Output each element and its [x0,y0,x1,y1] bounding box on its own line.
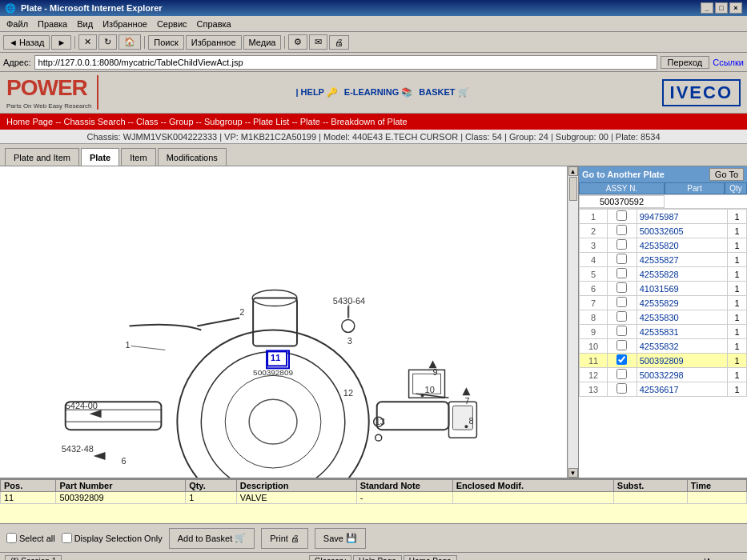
svg-text:2: 2 [239,307,244,317]
internet-label: Интернет [704,557,742,561]
menu-service[interactable]: Сервис [154,18,191,30]
diagram-scrollbar[interactable]: ▲ ▼ [567,166,578,478]
svg-point-41 [421,394,424,397]
svg-text:3: 3 [347,336,352,346]
scroll-thumb[interactable] [569,177,577,201]
add-to-basket-button[interactable]: Add to Basket 🛒 [169,528,255,549]
table-row: 3 42535820 1 [580,238,747,253]
row-qty-11: 1 [728,368,747,382]
svg-text:11: 11 [271,353,280,362]
row-check-8[interactable] [608,325,637,339]
col-desc: Description [236,480,356,492]
back-button[interactable]: ◄ Назад [3,35,50,50]
power-logo: POWER Parts On Web Easy Research [6,75,103,110]
col-stdnote: Standard Note [356,480,452,492]
scroll-down-button[interactable]: ▼ [568,468,578,478]
row-check-4[interactable] [608,267,637,282]
col-time: Time [687,480,746,492]
print-button[interactable]: Print 🖨 [261,528,308,549]
breadcrumb-bar: Home Page -- Chassis Search -- Class -- … [0,114,747,130]
row-part-1: 500332605 [637,224,727,238]
minimize-button[interactable]: _ [701,2,713,14]
row-check-5[interactable] [608,282,637,296]
row-num-5: 6 [580,282,608,296]
tab-modifications[interactable]: Modifications [158,148,227,166]
address-input[interactable] [34,55,657,70]
row-check-7[interactable] [608,310,637,325]
row-check-11[interactable] [608,368,637,382]
row-part-10: 500392809 [637,354,727,368]
svg-text:5432-48: 5432-48 [62,444,94,454]
print-toolbar-button[interactable]: 🖨 [329,35,349,50]
col-partnum: Part Number [56,480,186,492]
menu-file[interactable]: Файл [3,18,31,30]
diagram-area: 1 2 3 5430-64 11 500392809 12 13 [0,166,579,478]
mail-button[interactable]: ✉ [309,34,327,50]
display-selection-checkbox[interactable] [62,533,72,543]
row-check-12[interactable] [608,382,637,397]
elearning-link[interactable]: E-LEARNING 📚 [344,87,413,98]
row-check-3[interactable] [608,253,637,267]
parts-table-container[interactable]: 1 99475987 1 2 500332605 1 3 42535820 1 … [579,209,747,478]
row-check-0[interactable] [608,210,637,224]
select-all-checkbox[interactable] [6,533,17,543]
favorites-button[interactable]: Избранное [186,35,242,50]
address-go-button[interactable]: Переход [661,56,710,69]
toolbar-separator [74,36,75,49]
select-all-label[interactable]: Select all [6,533,55,543]
restore-button[interactable]: □ [715,2,728,14]
search-button[interactable]: Поиск [148,35,183,50]
row-part-3: 42535827 [637,253,727,267]
svg-point-45 [464,425,468,428]
menu-bar: Файл Правка Вид Избранное Сервис Справка [0,16,747,32]
stop-button[interactable]: ✕ [78,34,97,50]
assy-row: ASSY N. Part Qty [579,182,747,195]
home-page-tab[interactable]: Home Page [404,555,457,560]
basket-link[interactable]: BASKET 🛒 [419,87,468,98]
address-label: Адрес: [3,58,31,67]
row-part-2: 42535820 [637,238,727,253]
row-check-9[interactable] [608,339,637,354]
media-button[interactable]: Медиа [243,35,282,50]
svg-text:5430-64: 5430-64 [333,296,365,306]
row-check-6[interactable] [608,296,637,310]
links-button[interactable]: Ссылки [713,58,744,67]
svg-text:8: 8 [468,416,473,426]
table-row: 9 42535831 1 [580,325,747,339]
close-button[interactable]: × [729,2,742,14]
tab-plate[interactable]: Plate [81,148,119,166]
row-qty-9: 1 [728,339,747,354]
main-content: 1 2 3 5430-64 11 500392809 12 13 [0,166,747,478]
row-qty-10: 1 [728,354,747,368]
menu-view[interactable]: Вид [74,18,96,30]
refresh-button[interactable]: ↻ [98,34,117,50]
assy-value-row: 500370592 [579,195,747,209]
svg-text:5424-00: 5424-00 [66,401,98,410]
row-check-2[interactable] [608,238,637,253]
cell-desc: VALVE [236,492,356,504]
tab-item[interactable]: Item [121,148,155,166]
scroll-up-button[interactable]: ▲ [568,166,578,176]
session-tab[interactable]: (*) Session 1 [5,555,62,560]
row-qty-0: 1 [728,210,747,224]
title-bar: 🌐 Plate - Microsoft Internet Explorer _ … [0,0,747,16]
row-check-10[interactable] [608,354,637,368]
menu-favorites[interactable]: Избранное [99,18,151,30]
row-check-1[interactable] [608,224,637,238]
save-button[interactable]: Save 💾 [315,528,366,549]
goto-plate-label: Go to Another Plate [582,170,665,179]
history-button[interactable]: ⚙ [288,34,307,50]
help-page-tab[interactable]: Help Page [353,555,402,560]
forward-button[interactable]: ► [51,35,71,50]
tab-plate-and-item[interactable]: Plate and Item [5,148,79,166]
svg-text:1: 1 [126,340,131,350]
help-link[interactable]: | HELP 🔑 [295,87,337,98]
home-button[interactable]: 🏠 [118,34,141,50]
cell-enclosed [452,492,613,504]
menu-help[interactable]: Справка [194,18,235,30]
display-selection-label[interactable]: Display Selection Only [62,533,163,543]
glossary-tab[interactable]: Glossary [309,555,351,560]
goto-button[interactable]: Go To [709,168,744,181]
table-row: 5 42535828 1 [580,267,747,282]
menu-edit[interactable]: Правка [34,18,70,30]
